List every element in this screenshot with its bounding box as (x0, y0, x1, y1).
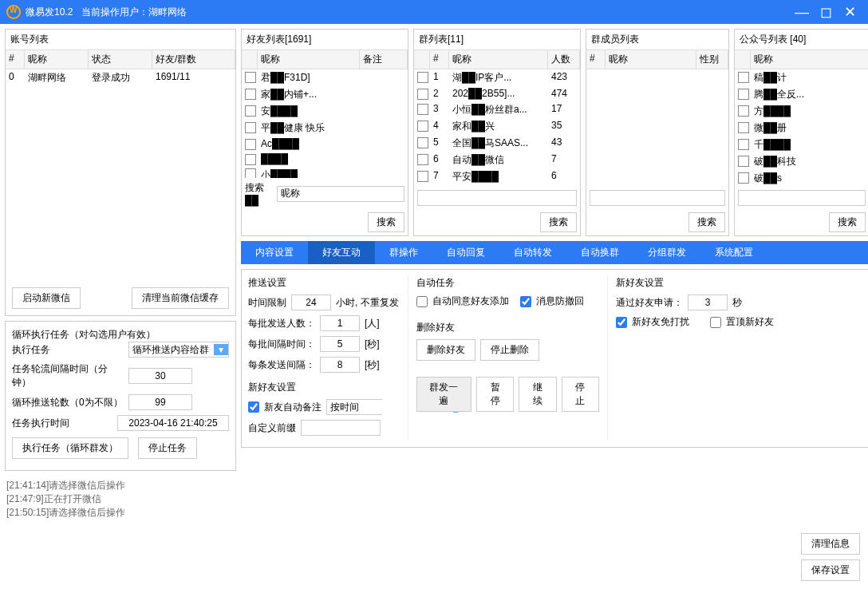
friend-row[interactable]: 家██内铺+... (242, 86, 408, 103)
batch-count-input[interactable] (320, 315, 360, 331)
official-panel: 公众号列表 [40] 昵称 稿██计腾██全反...方████微██册千████… (734, 29, 868, 236)
titlebar: 微易发10.2 当前操作用户：湖畔网络 — ◻ ✕ (0, 0, 868, 24)
friend-row[interactable]: 君██F31D] (242, 69, 408, 86)
apply-delay-input[interactable] (688, 294, 728, 310)
pin-checkbox[interactable] (710, 317, 721, 328)
exec-loop-button[interactable]: 执行任务（循环群发） (12, 437, 128, 459)
friend-row[interactable]: ████ (242, 152, 408, 167)
official-row[interactable]: 破██科技 (735, 153, 868, 170)
group-row[interactable]: 4家和██兴35 (414, 118, 580, 135)
start-wechat-button[interactable]: 启动新微信 (12, 287, 81, 309)
members-panel: 群成员列表 #昵称性别 搜索 (586, 29, 729, 236)
accounts-panel: 账号列表 # 昵称 状态 好友/群数 0 湖畔网络 登录成功 1691/11 启… (5, 29, 236, 316)
minimize-button[interactable]: — (790, 0, 814, 24)
official-row[interactable]: 稿██计 (735, 69, 868, 86)
chevron-down-icon[interactable]: ▾ (214, 344, 228, 355)
settings-area: 推送设置 时间限制小时, 不重复发 每批发送人数：[人] 每批间隔时间：[秒] … (241, 269, 868, 448)
tab-7[interactable]: 系统配置 (700, 241, 767, 264)
tab-2[interactable]: 群操作 (375, 241, 432, 264)
loop-panel: 循环执行任务（对勾选用户有效） 执行任务 ▾ 任务轮流间隔时间（分钟） 循环推送… (5, 321, 236, 471)
account-row[interactable]: 0 湖畔网络 登录成功 1691/11 (6, 69, 235, 86)
friend-row[interactable]: 小████ (242, 167, 408, 178)
tab-4[interactable]: 自动转发 (499, 241, 566, 264)
delete-friend-button[interactable]: 删除好友 (416, 339, 475, 361)
friend-row[interactable]: Ac████ (242, 136, 408, 152)
accounts-title: 账号列表 (6, 30, 235, 49)
group-row[interactable]: 3小恒██粉丝群a...17 (414, 101, 580, 118)
stop-delete-button[interactable]: 停止删除 (480, 339, 539, 361)
official-row[interactable]: 方████ (735, 103, 868, 120)
stop-button[interactable]: 停止 (562, 377, 599, 412)
time-limit-input[interactable] (291, 294, 331, 310)
pause-button[interactable]: 暂停 (476, 377, 514, 412)
groups-panel: 群列表[11] #昵称人数 1湖██IP客户...4232202██2B55].… (413, 29, 581, 236)
friends-panel: 好友列表[1691] 昵称备注 君██F31D]家██内铺+...安████平█… (241, 29, 408, 236)
log-area: [21:41:14]请选择微信后操作[21:47:9]正在打开微信[21:50:… (0, 476, 868, 523)
members-search-button[interactable]: 搜索 (688, 212, 725, 232)
members-search-input[interactable] (590, 190, 725, 206)
official-search-button[interactable]: 搜索 (829, 212, 866, 232)
maximize-button[interactable]: ◻ (814, 0, 838, 24)
batch-interval-input[interactable] (320, 336, 360, 352)
tab-1[interactable]: 好友互动 (308, 241, 375, 264)
tab-3[interactable]: 自动回复 (432, 241, 499, 264)
app-title: 微易发10.2 当前操作用户：湖畔网络 (26, 6, 187, 19)
resume-button[interactable]: 继续 (519, 377, 556, 412)
official-row[interactable]: 破██s (735, 170, 868, 187)
group-row[interactable]: 7平安████6 (414, 168, 580, 185)
clear-cache-button[interactable]: 清理当前微信缓存 (132, 287, 229, 309)
loop-interval-input[interactable] (128, 368, 192, 384)
friends-search-input[interactable] (277, 186, 404, 202)
auto-remark-checkbox[interactable] (248, 401, 259, 413)
stop-loop-button[interactable]: 停止任务 (138, 437, 197, 459)
group-row[interactable]: 6自动██微信7 (414, 152, 580, 168)
send-once-button[interactable]: 群发一遍 (416, 377, 471, 412)
app-logo (6, 5, 21, 19)
official-row[interactable]: 腾██全反... (735, 86, 868, 103)
clear-info-button[interactable]: 清理信息 (801, 533, 860, 555)
group-row[interactable]: 1湖██IP客户...423 (414, 69, 580, 86)
tab-5[interactable]: 自动换群 (566, 241, 633, 264)
loop-time-input[interactable] (117, 415, 229, 431)
remark-mode-dropdown[interactable]: ▾ (326, 399, 382, 415)
groups-search-button[interactable]: 搜索 (540, 212, 577, 232)
groups-search-input[interactable] (417, 190, 577, 206)
tab-0[interactable]: 内容设置 (241, 241, 308, 264)
official-row[interactable]: 千████ (735, 136, 868, 153)
loop-rounds-input[interactable] (128, 394, 192, 410)
msg-interval-input[interactable] (320, 357, 360, 373)
tab-6[interactable]: 分组群发 (633, 241, 700, 264)
tabbar: 内容设置好友互动群操作自动回复自动转发自动换群分组群发系统配置 (241, 241, 868, 264)
close-button[interactable]: ✕ (838, 0, 862, 24)
loop-task-dropdown[interactable]: ▾ (128, 342, 229, 358)
save-settings-button[interactable]: 保存设置 (801, 559, 860, 581)
official-row[interactable]: 微██册 (735, 120, 868, 136)
group-row[interactable]: 2202██2B55]...474 (414, 86, 580, 101)
anti-recall-checkbox[interactable] (520, 296, 531, 307)
group-row[interactable]: 5全国██马SAAS...43 (414, 135, 580, 152)
prefix-input[interactable] (301, 420, 381, 436)
friends-search-button[interactable]: 搜索 (368, 212, 404, 232)
friend-row[interactable]: 平██健康 快乐 (242, 120, 408, 136)
official-search-input[interactable] (738, 190, 866, 206)
auto-accept-checkbox[interactable] (416, 296, 428, 307)
friend-row[interactable]: 安████ (242, 103, 408, 120)
nodisturb-checkbox[interactable] (616, 317, 627, 328)
